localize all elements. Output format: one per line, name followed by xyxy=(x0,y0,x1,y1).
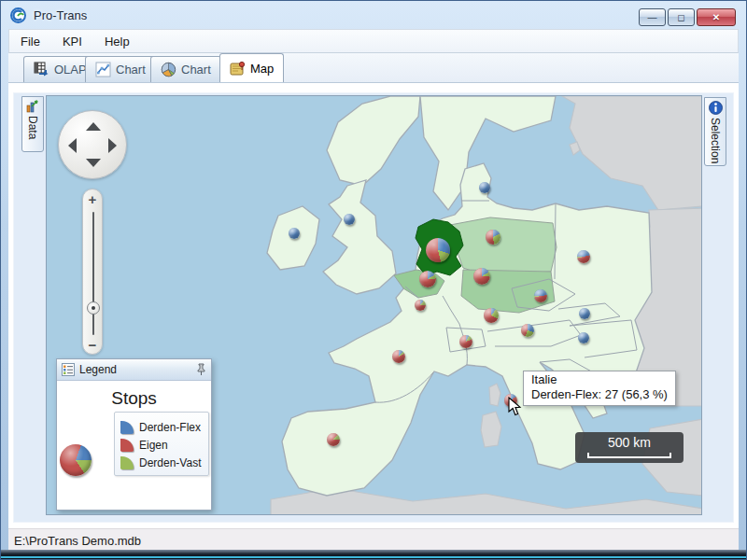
map-pie-marker[interactable] xyxy=(459,335,472,348)
map-scale-bar: 500 km xyxy=(575,432,684,463)
sidebar-tab-selection-label: Selection xyxy=(709,118,722,163)
pan-right-icon[interactable] xyxy=(108,138,117,153)
map-pie-marker[interactable] xyxy=(426,238,450,262)
line-chart-icon xyxy=(95,62,111,77)
app-window: Pro-Trans — ◻ ✕ File KPI Help OLAP xyxy=(0,0,747,560)
map-pie-marker[interactable] xyxy=(289,228,300,239)
scale-label: 500 km xyxy=(575,435,684,450)
map-pie-marker[interactable] xyxy=(392,350,405,363)
legend-title: Legend xyxy=(79,363,191,376)
status-bar: E:\ProTrans Demo.mdb xyxy=(8,528,739,552)
tooltip-value: Derden-Flex: 27 (56,3 %) xyxy=(531,387,668,402)
menu-bar: File KPI Help xyxy=(8,29,739,53)
zoom-thumb[interactable] xyxy=(87,301,100,315)
zoom-track[interactable] xyxy=(92,212,94,335)
map-icon xyxy=(230,61,246,77)
menu-kpi[interactable]: KPI xyxy=(51,31,93,52)
map-pan-control[interactable] xyxy=(58,110,127,179)
title-bar[interactable]: Pro-Trans — ◻ ✕ xyxy=(1,1,746,29)
map-pie-marker[interactable] xyxy=(486,230,500,245)
pan-up-icon[interactable] xyxy=(86,122,101,131)
legend-entry-label: Eigen xyxy=(139,439,168,452)
legend-entry-label: Derden-Flex xyxy=(139,421,201,434)
pie-chart-icon xyxy=(161,62,176,77)
legend-sample-pie xyxy=(60,444,92,476)
data-icon xyxy=(26,100,39,113)
legend-panel[interactable]: Legend Stops Derden-Flex Eigen xyxy=(56,358,212,511)
menu-file[interactable]: File xyxy=(9,31,51,52)
map-tab-page: Data Selection xyxy=(8,83,739,528)
mouse-cursor-icon xyxy=(508,397,523,417)
pin-icon[interactable] xyxy=(196,363,206,376)
minimize-button[interactable]: — xyxy=(639,8,666,26)
legend-entries: Derden-Flex Eigen Derden-Vast xyxy=(114,412,209,476)
status-file-path: E:\ProTrans Demo.mdb xyxy=(14,534,141,548)
legend-entry-label: Derden-Vast xyxy=(139,456,201,469)
tab-strip: OLAP Chart Chart xyxy=(8,53,739,83)
map-pie-marker[interactable] xyxy=(484,308,499,323)
scale-rule xyxy=(587,453,671,458)
derden-vast-swatch xyxy=(120,456,134,469)
zoom-in-icon[interactable]: + xyxy=(83,191,102,207)
legend-list-icon xyxy=(62,363,75,376)
legend-entry: Eigen xyxy=(120,436,208,454)
tab-map-label: Map xyxy=(250,62,274,76)
tab-map[interactable]: Map xyxy=(219,53,284,82)
pan-left-icon[interactable] xyxy=(68,138,77,153)
sidebar-tab-selection[interactable]: Selection xyxy=(704,97,726,166)
tab-chart-pie[interactable]: Chart xyxy=(150,56,221,82)
map-pie-marker[interactable] xyxy=(344,214,355,225)
map-pie-marker[interactable] xyxy=(473,268,490,285)
map-pie-marker[interactable] xyxy=(578,332,589,343)
legend-heading: Stops xyxy=(57,388,211,409)
map-pie-marker[interactable] xyxy=(534,289,547,302)
info-icon xyxy=(709,101,723,115)
legend-entry: Derden-Flex xyxy=(120,418,208,436)
zoom-out-icon[interactable]: − xyxy=(83,337,102,353)
sidebar-tab-data[interactable]: Data xyxy=(21,96,44,152)
map-canvas[interactable]: + − Legend xyxy=(46,95,702,515)
map-zoom-slider[interactable]: + − xyxy=(82,189,103,355)
pan-down-icon[interactable] xyxy=(86,159,101,167)
tooltip-region: Italie xyxy=(531,372,668,387)
close-button[interactable]: ✕ xyxy=(697,8,736,26)
window-title: Pro-Trans xyxy=(34,8,87,22)
window-bottom-edge xyxy=(1,550,746,559)
map-pie-marker[interactable] xyxy=(577,250,590,263)
map-pie-marker[interactable] xyxy=(327,433,340,446)
map-pie-marker[interactable] xyxy=(419,271,436,287)
map-tooltip: Italie Derden-Flex: 27 (56,3 %) xyxy=(523,371,676,406)
tab-chart-pie-label: Chart xyxy=(181,63,211,77)
menu-help[interactable]: Help xyxy=(93,31,141,52)
protrans-logo-icon xyxy=(10,7,26,23)
map-pie-marker[interactable] xyxy=(479,182,490,193)
legend-header[interactable]: Legend xyxy=(57,359,211,381)
tab-olap-label: OLAP xyxy=(54,63,87,77)
olap-grid-icon xyxy=(34,62,49,77)
tab-chart-line[interactable]: Chart xyxy=(85,56,156,82)
map-pie-marker[interactable] xyxy=(579,308,590,319)
legend-entry: Derden-Vast xyxy=(120,454,208,471)
map-pie-marker[interactable] xyxy=(415,300,426,311)
map-pie-marker[interactable] xyxy=(521,324,534,337)
derden-flex-swatch xyxy=(120,421,134,434)
sidebar-tab-data-label: Data xyxy=(26,116,39,139)
eigen-swatch xyxy=(120,439,134,452)
maximize-button[interactable]: ◻ xyxy=(668,8,695,26)
tab-chart-line-label: Chart xyxy=(116,63,146,77)
